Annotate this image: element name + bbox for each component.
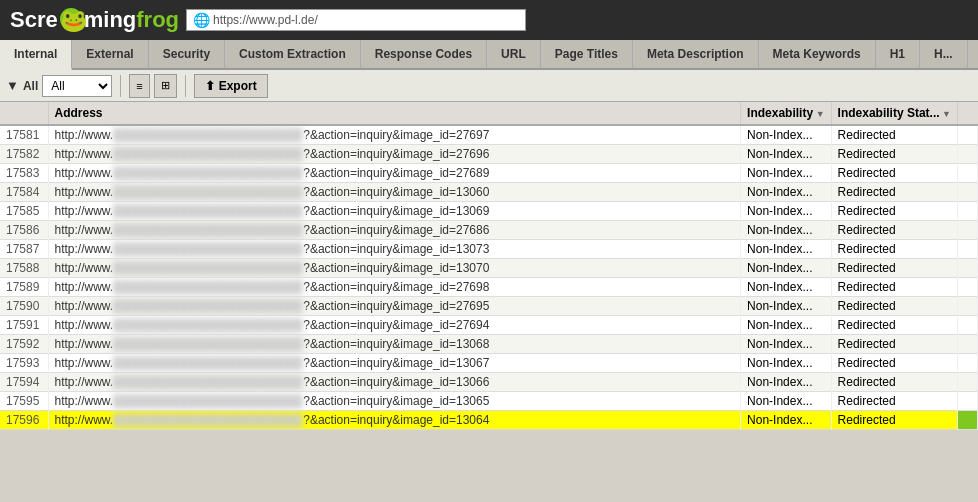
url-query: ?&action=inquiry&image_id=27697 <box>303 128 489 142</box>
tab-meta-description[interactable]: Meta Description <box>633 40 759 68</box>
url-blurred: ████████████████████ <box>113 204 303 218</box>
logo-frog-icon: 🐸 <box>60 8 82 30</box>
row-number: 17584 <box>0 183 48 202</box>
tab-page-titles[interactable]: Page Titles <box>541 40 633 68</box>
row-indexability-status: Redirected <box>831 259 957 278</box>
row-extra <box>958 411 978 430</box>
tab-external[interactable]: External <box>72 40 148 68</box>
export-button[interactable]: ⬆ Export <box>194 74 268 98</box>
row-number: 17592 <box>0 335 48 354</box>
row-extra <box>958 278 978 297</box>
url-query: ?&action=inquiry&image_id=13060 <box>303 185 489 199</box>
table-row[interactable]: 17592http://www.████████████████████?&ac… <box>0 335 978 354</box>
url-base: http://www. <box>55 223 114 237</box>
row-indexability-status: Redirected <box>831 183 957 202</box>
row-indexability: Non-Index... <box>741 316 831 335</box>
table-row[interactable]: 17589http://www.████████████████████?&ac… <box>0 278 978 297</box>
url-base: http://www. <box>55 299 114 313</box>
tab-url[interactable]: URL <box>487 40 541 68</box>
url-blurred: ████████████████████ <box>113 166 303 180</box>
row-number: 17588 <box>0 259 48 278</box>
row-extra <box>958 202 978 221</box>
url-query: ?&action=inquiry&image_id=13068 <box>303 337 489 351</box>
filter-label: All <box>23 79 38 93</box>
tab-bar: Internal External Security Custom Extrac… <box>0 40 978 70</box>
table-body: 17581http://www.████████████████████?&ac… <box>0 125 978 430</box>
row-address: http://www.████████████████████?&action=… <box>48 259 741 278</box>
address-bar[interactable]: 🌐 https://www.pd-l.de/ <box>186 9 526 31</box>
tree-view-button[interactable]: ⊞ <box>154 74 177 98</box>
tab-h-more[interactable]: H... <box>920 40 968 68</box>
row-address: http://www.████████████████████?&action=… <box>48 354 741 373</box>
url-blurred: ████████████████████ <box>113 413 303 427</box>
row-address: http://www.████████████████████?&action=… <box>48 125 741 145</box>
url-base: http://www. <box>55 318 114 332</box>
url-blurred: ████████████████████ <box>113 356 303 370</box>
results-table: Address Indexability Indexability Stat..… <box>0 102 978 430</box>
row-number: 17589 <box>0 278 48 297</box>
url-base: http://www. <box>55 261 114 275</box>
url-query: ?&action=inquiry&image_id=27696 <box>303 147 489 161</box>
table-row[interactable]: 17590http://www.████████████████████?&ac… <box>0 297 978 316</box>
url-blurred: ████████████████████ <box>113 299 303 313</box>
row-indexability: Non-Index... <box>741 411 831 430</box>
url-blurred: ████████████████████ <box>113 337 303 351</box>
toolbar-separator-2 <box>185 75 186 97</box>
col-header-extra <box>958 102 978 125</box>
col-header-indexability-status[interactable]: Indexability Stat... <box>831 102 957 125</box>
row-extra <box>958 125 978 145</box>
globe-icon: 🌐 <box>193 12 210 28</box>
list-view-button[interactable]: ≡ <box>129 74 149 98</box>
table-row[interactable]: 17587http://www.████████████████████?&ac… <box>0 240 978 259</box>
row-indexability-status: Redirected <box>831 221 957 240</box>
row-indexability-status: Redirected <box>831 240 957 259</box>
row-indexability: Non-Index... <box>741 297 831 316</box>
url-blurred: ████████████████████ <box>113 318 303 332</box>
table-row[interactable]: 17581http://www.████████████████████?&ac… <box>0 125 978 145</box>
row-indexability: Non-Index... <box>741 373 831 392</box>
tab-security[interactable]: Security <box>149 40 225 68</box>
url-blurred: ████████████████████ <box>113 261 303 275</box>
table-row[interactable]: 17595http://www.████████████████████?&ac… <box>0 392 978 411</box>
row-address: http://www.████████████████████?&action=… <box>48 373 741 392</box>
row-indexability: Non-Index... <box>741 278 831 297</box>
table-row[interactable]: 17582http://www.████████████████████?&ac… <box>0 145 978 164</box>
table-row[interactable]: 17583http://www.████████████████████?&ac… <box>0 164 978 183</box>
tab-internal[interactable]: Internal <box>0 40 72 70</box>
row-number: 17591 <box>0 316 48 335</box>
url-blurred: ████████████████████ <box>113 280 303 294</box>
row-indexability-status: Redirected <box>831 392 957 411</box>
tab-response-codes[interactable]: Response Codes <box>361 40 487 68</box>
list-icon: ≡ <box>136 80 142 92</box>
row-extra <box>958 373 978 392</box>
table-row[interactable]: 17594http://www.████████████████████?&ac… <box>0 373 978 392</box>
logo-part3: frog <box>136 7 179 32</box>
filter-icon: ▼ <box>6 78 19 93</box>
url-blurred: ████████████████████ <box>113 223 303 237</box>
url-query: ?&action=inquiry&image_id=27689 <box>303 166 489 180</box>
table-row[interactable]: 17591http://www.████████████████████?&ac… <box>0 316 978 335</box>
export-icon: ⬆ <box>205 79 215 93</box>
tab-custom-extraction[interactable]: Custom Extraction <box>225 40 361 68</box>
tab-meta-keywords[interactable]: Meta Keywords <box>759 40 876 68</box>
table-row[interactable]: 17588http://www.████████████████████?&ac… <box>0 259 978 278</box>
toolbar: ▼ All All ≡ ⊞ ⬆ Export <box>0 70 978 102</box>
col-header-address: Address <box>48 102 741 125</box>
url-blurred: ████████████████████ <box>113 242 303 256</box>
table-row[interactable]: 17585http://www.████████████████████?&ac… <box>0 202 978 221</box>
table-row[interactable]: 17584http://www.████████████████████?&ac… <box>0 183 978 202</box>
row-address: http://www.████████████████████?&action=… <box>48 183 741 202</box>
export-label: Export <box>219 79 257 93</box>
row-number: 17596 <box>0 411 48 430</box>
row-number: 17583 <box>0 164 48 183</box>
url-blurred: ████████████████████ <box>113 375 303 389</box>
col-header-indexability[interactable]: Indexability <box>741 102 831 125</box>
url-base: http://www. <box>55 166 114 180</box>
table-row[interactable]: 17596http://www.████████████████████?&ac… <box>0 411 978 430</box>
tab-h1[interactable]: H1 <box>876 40 920 68</box>
toolbar-separator-1 <box>120 75 121 97</box>
table-row[interactable]: 17586http://www.████████████████████?&ac… <box>0 221 978 240</box>
url-query: ?&action=inquiry&image_id=13069 <box>303 204 489 218</box>
filter-dropdown[interactable]: All <box>42 75 112 97</box>
table-row[interactable]: 17593http://www.████████████████████?&ac… <box>0 354 978 373</box>
